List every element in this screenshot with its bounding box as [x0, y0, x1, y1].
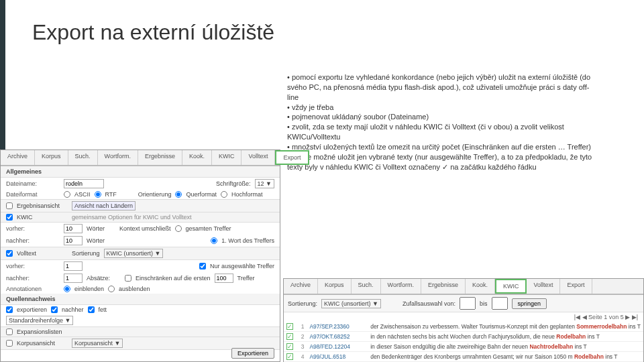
- vorher-input[interactable]: [64, 224, 83, 233]
- kwic-check[interactable]: [6, 214, 13, 221]
- expl-check[interactable]: [6, 328, 13, 335]
- source-id[interactable]: A97/SEP.23360: [307, 322, 368, 332]
- sort-label: Sortierung: [72, 250, 100, 257]
- dateiname-label: Dateiname:: [6, 180, 60, 187]
- row-checkbox[interactable]: ✓: [286, 323, 293, 330]
- row-checkbox[interactable]: ✓: [286, 333, 293, 340]
- pager[interactable]: |◀ ◀ Seite 1 von 5 ▶ ▶|: [284, 312, 643, 322]
- dateiname-input[interactable]: [64, 179, 104, 188]
- menu-archive[interactable]: Archive: [1, 150, 35, 165]
- format-label: Dateiformat: [6, 191, 60, 198]
- nach-check[interactable]: [51, 306, 58, 313]
- menu-kook[interactable]: Kook.: [182, 150, 212, 165]
- exportieren-button[interactable]: Exportieren: [231, 348, 274, 359]
- korp-check[interactable]: [6, 340, 13, 347]
- gemein-label: gemeinsame Optionen für KWIC und Volltex…: [72, 214, 192, 221]
- menu-export[interactable]: Export: [275, 150, 309, 165]
- sort2-select[interactable]: KWIC (unsortiert) ▼: [321, 299, 381, 308]
- menu2-volltext[interactable]: Volltext: [527, 279, 560, 294]
- bis-input[interactable]: [492, 297, 508, 310]
- einbl-radio[interactable]: [64, 286, 70, 292]
- erg-label: Ergebnisansicht: [17, 202, 68, 209]
- results-table: ✓1A97/SEP.23360der Zwischensaison zu ver…: [284, 322, 643, 362]
- zufall-label: Zufallsauswahl von:: [402, 300, 455, 307]
- menu-such[interactable]: Such.: [68, 150, 98, 165]
- einschr-input[interactable]: [215, 274, 233, 283]
- springen-button[interactable]: springen: [512, 298, 547, 309]
- kontext-label: Kontext umschließt: [119, 225, 171, 232]
- vorher2-input[interactable]: [64, 261, 83, 271]
- menu-korpus[interactable]: Korpus: [35, 150, 68, 165]
- nachher2-input[interactable]: [64, 274, 83, 283]
- row-checkbox[interactable]: ✓: [286, 343, 293, 350]
- menubar-1: Archive Korpus Such. Wortform. Ergebniss…: [1, 150, 280, 166]
- menu2-kwic[interactable]: KWIC: [495, 279, 527, 294]
- ansicht-select[interactable]: Ansicht nach Ländern: [72, 201, 136, 210]
- quer-radio[interactable]: [175, 191, 182, 198]
- erg-check[interactable]: [6, 202, 13, 209]
- rtf-radio[interactable]: [95, 191, 101, 198]
- hit-word: Rodelbahn: [574, 353, 604, 360]
- menubar-2: Archive Korpus Such. Wortform. Ergebniss…: [284, 279, 643, 295]
- menu-ergebnisse[interactable]: Ergebnisse: [138, 150, 182, 165]
- table-row[interactable]: ✓2A97/OKT.68252in den nächsten sechs bis…: [284, 332, 643, 342]
- nachher-label: nachher:: [6, 237, 60, 244]
- kwic-results-screenshot: Archive Korpus Such. Wortform. Ergebniss…: [283, 278, 644, 362]
- section-korp: Korpusansicht: [17, 340, 68, 347]
- vorher2-label: vorher:: [6, 263, 60, 269]
- section-exp: Expansionslisten: [17, 328, 62, 335]
- sort-select[interactable]: KWIC (unsortiert) ▼: [104, 249, 164, 258]
- gesamt-radio[interactable]: [175, 225, 182, 232]
- menu2-export[interactable]: Export: [560, 279, 592, 294]
- sort2-label: Sortierung:: [288, 300, 317, 307]
- hit-word: Rodelbahn: [556, 333, 586, 340]
- schrift-label: Schriftgröße:: [216, 180, 251, 187]
- ascii-radio[interactable]: [64, 191, 70, 198]
- erstes-radio[interactable]: [211, 237, 217, 244]
- menu-volltext[interactable]: Volltext: [241, 150, 275, 165]
- fett-check[interactable]: [88, 306, 95, 313]
- table-row[interactable]: ✓1A97/SEP.23360der Zwischensaison zu ver…: [284, 322, 643, 332]
- menu2-ergebnisse[interactable]: Ergebnisse: [421, 279, 466, 294]
- nachher-input[interactable]: [64, 236, 83, 245]
- section-allgemeines: Allgemeines: [1, 166, 280, 178]
- menu2-wortform[interactable]: Wortform.: [381, 279, 421, 294]
- hit-word: Nachtrodelbahn: [529, 343, 573, 350]
- zufall-input[interactable]: [460, 297, 476, 310]
- nachher2-label: nachher:: [6, 275, 60, 282]
- menu2-korpus[interactable]: Korpus: [318, 279, 352, 294]
- einschr-check[interactable]: [125, 275, 131, 282]
- annot-label: Annotationen: [6, 286, 60, 292]
- export-dialog-screenshot: Archive Korpus Such. Wortform. Ergebniss…: [0, 149, 280, 362]
- voll-check[interactable]: [6, 250, 13, 257]
- menu2-archive[interactable]: Archive: [284, 279, 318, 294]
- menu-wortform[interactable]: Wortform.: [98, 150, 138, 165]
- source-id[interactable]: A99/JUL.6518: [307, 352, 368, 362]
- ausbl-radio[interactable]: [108, 286, 115, 292]
- source-id[interactable]: A98/FED.12204: [307, 342, 368, 352]
- kwic-label: KWIC: [17, 214, 68, 221]
- menu2-such[interactable]: Such.: [352, 279, 381, 294]
- menu2-kook[interactable]: Kook.: [466, 279, 495, 294]
- row-checkbox[interactable]: ✓: [286, 353, 293, 360]
- std-select[interactable]: Standardreihenfolge ▼: [6, 316, 73, 325]
- table-row[interactable]: ✓3A98/FED.12204in dieser Saison endgülti…: [284, 342, 643, 352]
- korp-select[interactable]: Korpusansicht ▼: [72, 339, 123, 348]
- schrift-select[interactable]: 12 ▼: [255, 179, 274, 188]
- slide-title: Export na externí úložiště: [0, 0, 644, 45]
- explanation-text: • pomocí exportu lze vyhledané konkordan…: [287, 72, 596, 172]
- hoch-radio[interactable]: [221, 191, 227, 198]
- vorher-label: vorher:: [6, 225, 60, 232]
- hit-word: Sommerrodelbahn: [576, 323, 627, 330]
- menu-kwic[interactable]: KWIC: [212, 150, 242, 165]
- orient-label: Orientierung: [138, 191, 172, 198]
- voll-label: Volltext: [17, 250, 68, 257]
- table-row[interactable]: ✓4A99/JUL.6518den Bedenkenträger des Kro…: [284, 352, 643, 362]
- nuraus-check[interactable]: [199, 263, 206, 269]
- source-id[interactable]: A97/OKT.68252: [307, 332, 368, 342]
- section-quellen: Quellennachweis: [1, 294, 280, 305]
- exp-check[interactable]: [6, 306, 13, 313]
